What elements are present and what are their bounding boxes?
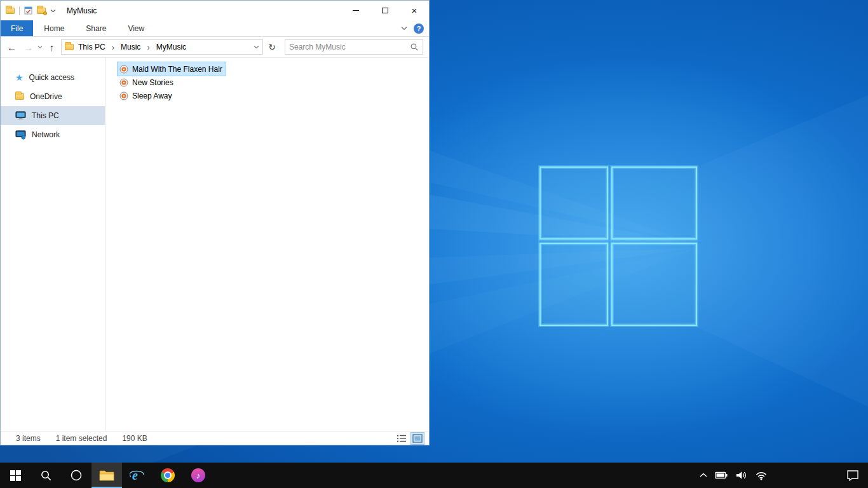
sidebar-item-label: This PC	[32, 111, 59, 120]
breadcrumb-this-pc[interactable]: This PC	[77, 43, 107, 51]
status-selected-count: 1 item selected	[56, 434, 107, 443]
ribbon-tabstrip: File Home Share View ?	[1, 20, 429, 37]
window-folder-icon	[6, 8, 15, 14]
start-button[interactable]	[0, 463, 31, 488]
cortana-button[interactable]	[61, 463, 92, 488]
network-icon	[15, 130, 26, 140]
network-tray-button[interactable]	[755, 471, 768, 480]
music-note-glyph: ♪	[196, 471, 201, 480]
onedrive-folder-icon	[15, 93, 24, 100]
window-title: MyMusic	[67, 6, 97, 15]
maximize-button[interactable]	[370, 1, 400, 20]
tab-home[interactable]: Home	[33, 20, 75, 36]
file-name: Sleep Away	[132, 92, 172, 100]
details-view-button[interactable]	[395, 433, 408, 444]
audio-file-icon	[119, 92, 128, 100]
taskbar-search-button[interactable]	[31, 463, 61, 488]
close-icon: ×	[412, 6, 417, 15]
breadcrumb-separator-icon: ›	[145, 43, 151, 52]
windows-start-icon	[10, 470, 21, 481]
chrome-button[interactable]	[153, 463, 183, 488]
chrome-icon	[161, 468, 175, 482]
address-row: ← → ↑ This PC › Music › MyMusic ↻	[1, 37, 429, 58]
this-pc-monitor-icon	[15, 111, 26, 121]
file-row-maid-with-the-flaxen-hair[interactable]: Maid With The Flaxen Hair	[118, 62, 226, 76]
search-icon[interactable]	[410, 43, 419, 51]
sidebar-item-onedrive[interactable]: OneDrive	[1, 87, 105, 106]
navigation-pane: ★ Quick access OneDrive This PC	[1, 58, 105, 431]
qat-dropdown-icon[interactable]	[50, 9, 56, 13]
internet-explorer-button[interactable]: e	[122, 463, 153, 488]
address-bar[interactable]: This PC › Music › MyMusic	[61, 39, 263, 55]
audio-file-icon	[119, 78, 128, 87]
volume-tray-button[interactable]	[735, 470, 747, 480]
action-center-icon	[846, 470, 859, 481]
chevron-up-icon	[700, 473, 707, 478]
forward-button[interactable]: →	[21, 39, 36, 55]
large-icons-view-button[interactable]	[411, 433, 424, 444]
address-dropdown-icon[interactable]	[254, 45, 259, 49]
expand-ribbon-icon[interactable]	[401, 26, 407, 30]
action-center-button[interactable]	[846, 470, 859, 481]
view-buttons	[395, 433, 429, 444]
breadcrumb-mymusic[interactable]: MyMusic	[155, 43, 187, 51]
close-button[interactable]: ×	[400, 1, 429, 20]
file-row-new-stories[interactable]: New Stories	[118, 76, 177, 89]
file-explorer-taskbar-button[interactable]	[92, 463, 122, 488]
system-tray	[700, 463, 868, 488]
breadcrumb-music[interactable]: Music	[119, 43, 142, 51]
breadcrumb-separator-icon: ›	[110, 43, 116, 52]
window-controls: ×	[341, 1, 429, 20]
file-list[interactable]: Maid With The Flaxen Hair New Stories	[105, 58, 429, 431]
titlebar[interactable]: MyMusic ×	[1, 1, 429, 20]
taskbar: e ♪	[0, 463, 868, 488]
file-row-sleep-away[interactable]: Sleep Away	[118, 89, 175, 102]
sidebar-item-this-pc[interactable]: This PC	[1, 106, 105, 125]
maximize-icon	[382, 8, 388, 13]
qat-new-folder-icon[interactable]	[37, 8, 46, 14]
show-hidden-icons-button[interactable]	[700, 473, 707, 478]
window-body: ★ Quick access OneDrive This PC	[1, 58, 429, 431]
up-button[interactable]: ↑	[44, 39, 59, 55]
file-explorer-icon	[99, 469, 114, 482]
file-name: New Stories	[132, 78, 173, 87]
tab-view[interactable]: View	[117, 20, 155, 36]
sidebar-item-label: Quick access	[29, 73, 74, 82]
minimize-icon	[353, 10, 359, 11]
status-bar: 3 items 1 item selected 190 KB	[1, 431, 429, 445]
file-explorer-window: MyMusic × File Home Share View ? ← → ↑ T…	[0, 0, 430, 445]
internet-explorer-icon: e	[130, 468, 145, 483]
audio-file-icon	[119, 65, 128, 74]
titlebar-separator	[19, 6, 20, 15]
tab-file[interactable]: File	[1, 20, 33, 36]
help-button[interactable]: ?	[414, 24, 424, 34]
qat-properties-icon[interactable]	[24, 6, 32, 15]
sidebar-item-label: OneDrive	[30, 92, 62, 101]
windows-logo	[540, 167, 696, 325]
file-name: Maid With The Flaxen Hair	[132, 65, 222, 74]
sidebar-item-quick-access[interactable]: ★ Quick access	[1, 68, 105, 87]
battery-icon	[715, 471, 728, 479]
itunes-icon: ♪	[191, 468, 205, 482]
status-selected-size: 190 KB	[122, 434, 147, 443]
wifi-icon	[755, 471, 768, 480]
recent-locations-icon[interactable]	[37, 45, 43, 49]
new-folder-badge	[43, 11, 47, 15]
sidebar-item-label: Network	[32, 130, 60, 139]
speaker-icon	[735, 470, 747, 480]
tab-share[interactable]: Share	[75, 20, 117, 36]
address-folder-icon	[65, 44, 74, 50]
cortana-icon	[70, 469, 83, 482]
refresh-button[interactable]: ↻	[265, 39, 279, 55]
svg-text:e: e	[132, 468, 138, 482]
back-button[interactable]: ←	[4, 39, 19, 55]
search-input[interactable]	[289, 43, 410, 51]
quick-access-star-icon: ★	[15, 73, 24, 82]
minimize-button[interactable]	[341, 1, 370, 20]
search-box	[285, 39, 423, 55]
status-item-count: 3 items	[16, 434, 41, 443]
search-icon	[40, 470, 52, 482]
itunes-button[interactable]: ♪	[183, 463, 214, 488]
battery-tray-button[interactable]	[715, 471, 728, 479]
sidebar-item-network[interactable]: Network	[1, 125, 105, 144]
